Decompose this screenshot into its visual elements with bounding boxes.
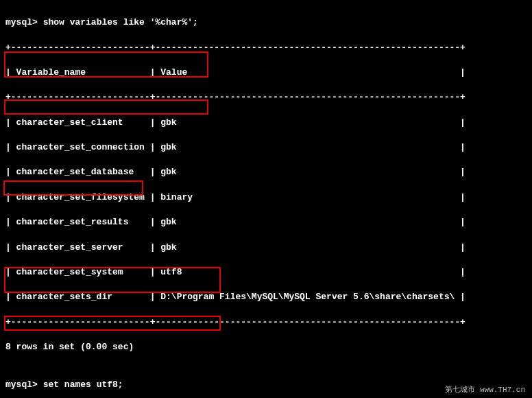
mysql-terminal[interactable]: mysql> show variables like '%char%'; +--… xyxy=(0,0,532,398)
table-row: | character_set_connection | gbk | xyxy=(5,141,527,154)
table-row: | character_set_database | gbk | xyxy=(5,166,527,178)
table-row: | character_set_server | gbk | xyxy=(5,242,527,254)
table-border: +--------------------------+------------… xyxy=(5,91,527,104)
table-row: | character_set_results | gbk | xyxy=(5,216,527,229)
table-border: +--------------------------+------------… xyxy=(5,316,527,329)
table-row: | character_set_system | utf8 | xyxy=(5,266,527,279)
watermark-text: 第七城市 www.TH7.cn xyxy=(445,385,525,395)
result-summary: 8 rows in set (0.00 sec) xyxy=(5,341,527,353)
table-row: | character_sets_dir | D:\Program Files\… xyxy=(5,291,527,303)
command-text: set names utf8; xyxy=(43,379,123,390)
table-header: | Variable_name | Value | xyxy=(5,67,527,79)
prompt: mysql> xyxy=(5,379,38,390)
table-border: +--------------------------+------------… xyxy=(5,42,527,54)
command-text: show variables like '%char%'; xyxy=(43,17,198,27)
table-row: | character_set_filesystem | binary | xyxy=(5,191,527,204)
table-row: | character_set_client | gbk | xyxy=(5,117,527,129)
prompt: mysql> xyxy=(5,17,38,27)
cmd-line-1: mysql> show variables like '%char%'; xyxy=(5,16,527,29)
